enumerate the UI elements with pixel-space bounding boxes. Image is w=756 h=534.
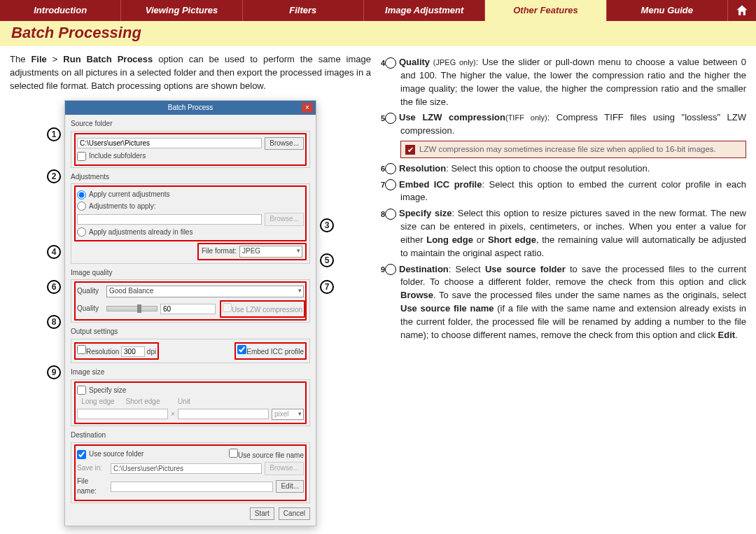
- item-8: 8Specify size: Select this option to res…: [385, 207, 746, 260]
- close-icon[interactable]: ×: [302, 103, 313, 113]
- callout-8: 8: [47, 315, 61, 329]
- callout-3: 3: [320, 218, 334, 232]
- left-column: The File > Run Batch Process option can …: [10, 53, 371, 534]
- use-source-folder-checkbox[interactable]: [77, 450, 86, 459]
- check-icon: ✔: [405, 145, 415, 155]
- page-title: Batch Processing: [11, 24, 745, 42]
- callout-2: 2: [47, 169, 61, 183]
- quality-slider[interactable]: [106, 306, 158, 311]
- title-bar: Batch Processing: [0, 21, 756, 46]
- callout-7: 7: [320, 280, 334, 294]
- destination-label: Destination: [71, 430, 310, 441]
- nav-filters[interactable]: Filters: [243, 0, 364, 21]
- nav-viewing[interactable]: Viewing Pictures: [121, 0, 242, 21]
- adj-file-input: [77, 214, 262, 225]
- callout-4: 4: [47, 245, 61, 259]
- browse-button[interactable]: Browse...: [265, 137, 304, 150]
- unit-select: pixel: [272, 409, 304, 421]
- include-subfolders-checkbox[interactable]: [77, 152, 86, 161]
- right-column: 4Quality (JPEG only): Use the slider or …: [385, 53, 746, 534]
- callout-5: 5: [320, 253, 334, 267]
- source-folder-label: Source folder: [71, 119, 310, 129]
- item-7: 7Embed ICC profile: Select this option t…: [385, 178, 746, 205]
- resolution-checkbox[interactable]: [77, 345, 86, 354]
- apply-current-radio[interactable]: [77, 190, 86, 199]
- item-6: 6Resolution: Select this option to choos…: [385, 162, 746, 176]
- home-icon[interactable]: [728, 0, 756, 21]
- nav-menu-guide[interactable]: Menu Guide: [607, 0, 728, 21]
- dialog-title: Batch Process ×: [65, 101, 316, 115]
- lzw-checkbox: [223, 303, 232, 312]
- callout-1: 1: [47, 127, 61, 141]
- callout-6: 6: [47, 280, 61, 294]
- top-nav: Introduction Viewing Pictures Filters Im…: [0, 0, 756, 21]
- filename-input[interactable]: [111, 482, 273, 492]
- embed-icc-checkbox[interactable]: [237, 345, 246, 354]
- nav-introduction[interactable]: Introduction: [0, 0, 121, 21]
- edit-button[interactable]: Edit...: [276, 480, 304, 493]
- apply-already-radio[interactable]: [77, 227, 86, 237]
- specify-size-checkbox[interactable]: [77, 386, 86, 395]
- image-quality-label: Image quality: [71, 268, 310, 279]
- nav-other-features[interactable]: Other Features: [485, 0, 606, 21]
- start-button[interactable]: Start: [250, 507, 274, 521]
- tip-lzw: ✔LZW compression may sometimes increase …: [400, 141, 746, 158]
- item-9: 9Destination: Select Use source folder t…: [385, 263, 746, 342]
- adj-to-apply-radio[interactable]: [77, 202, 86, 211]
- cancel-button[interactable]: Cancel: [279, 507, 310, 521]
- callout-9: 9: [47, 365, 61, 379]
- output-label: Output settings: [71, 327, 310, 337]
- save-in-input: [111, 463, 262, 474]
- nav-image-adjustment[interactable]: Image Adjustment: [364, 0, 485, 21]
- item-4: 4Quality (JPEG only): Use the slider or …: [385, 56, 746, 108]
- file-format-select[interactable]: JPEG: [239, 246, 302, 258]
- source-path-input[interactable]: [77, 138, 262, 148]
- save-browse-button: Browse...: [265, 462, 304, 475]
- item-5: 5Use LZW compression(TIFF only): Compres…: [385, 111, 746, 138]
- image-size-label: Image size: [71, 367, 310, 378]
- intro-text: The File > Run Batch Process option can …: [10, 53, 371, 93]
- quality-num-input[interactable]: [160, 304, 216, 314]
- browse-adj-button: Browse...: [265, 213, 304, 226]
- resolution-input[interactable]: [121, 346, 145, 357]
- adjustments-label: Adjustments: [71, 172, 310, 183]
- use-source-name-checkbox[interactable]: [229, 449, 238, 458]
- batch-dialog: Batch Process × Source folder Browse... …: [64, 100, 316, 527]
- quality-select[interactable]: Good Balance: [106, 286, 304, 297]
